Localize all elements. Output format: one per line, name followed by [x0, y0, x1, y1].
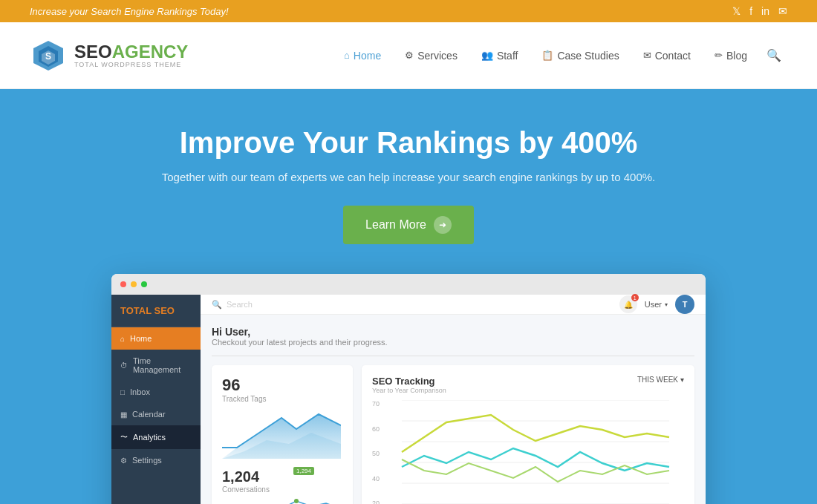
seo-chart-container: 70 60 50 40 20 [372, 400, 684, 504]
window-expand-dot [141, 281, 147, 287]
dashboard-cards: 96 Tracked Tags [212, 365, 694, 504]
sidebar-item-calendar[interactable]: ▦ Calendar [111, 403, 201, 425]
window-close-dot [120, 281, 126, 287]
staff-icon: 👥 [481, 50, 493, 61]
mountain-chart [222, 410, 342, 462]
seo-line-chart [372, 400, 684, 504]
seo-card-subtitle: Year to Year Comparison [372, 387, 446, 394]
blog-icon: ✏ [715, 50, 723, 61]
conversations-value: 1,204 [222, 468, 342, 485]
sidebar-item-inbox[interactable]: □ Inbox [111, 381, 201, 403]
sidebar-item-analytics[interactable]: 〜 Analytics [111, 425, 201, 449]
home-icon: ⌂ [344, 50, 350, 61]
chevron-down-icon: ▾ [665, 301, 668, 308]
greeting-title: Hi User, [212, 326, 694, 338]
window-minimize-dot [131, 281, 137, 287]
dashboard-sidebar: TOTAL SEO ⌂ Home ⏱ Time Management □ Inb… [111, 295, 201, 504]
svg-text:S: S [45, 51, 51, 62]
nav-staff[interactable]: 👥 Staff [471, 44, 529, 68]
content-divider [212, 356, 694, 356]
dashboard-preview: TOTAL SEO ⌂ Home ⏱ Time Management □ Inb… [111, 274, 706, 504]
hero-section: Improve Your Rankings by 400% Together w… [0, 89, 817, 504]
tracked-tags-value: 96 [222, 376, 342, 395]
search-button[interactable]: 🔍 [761, 42, 787, 68]
tracked-tags-card: 96 Tracked Tags [212, 365, 353, 504]
services-icon: ⚙ [405, 50, 414, 61]
logo-text: SEOAGENCY TOTAL WORDPRESS THEME [74, 43, 188, 68]
nav-contact[interactable]: ✉ Contact [633, 44, 701, 68]
sidebar-title: TOTAL SEO [120, 305, 192, 316]
contact-icon: ✉ [643, 50, 651, 61]
tracked-tags-label: Tracked Tags [222, 395, 342, 403]
time-sidebar-icon: ⏱ [120, 361, 128, 370]
learn-more-button[interactable]: Learn More ➜ [343, 206, 474, 244]
search-icon: 🔍 [212, 300, 222, 310]
window-titlebar [111, 274, 706, 295]
case-studies-icon: 📋 [541, 50, 553, 61]
svg-point-6 [294, 499, 299, 503]
settings-sidebar-icon: ⚙ [120, 456, 127, 465]
notification-button[interactable]: 🔔 1 [619, 295, 637, 313]
sidebar-item-settings[interactable]: ⚙ Settings [111, 449, 201, 471]
seo-card-title: SEO Tracking [372, 376, 446, 387]
period-selector[interactable]: THIS WEEK ▾ [637, 376, 684, 384]
dashboard-main: 🔍 Search 🔔 1 User ▾ T [201, 295, 706, 504]
logo-name: SEOAGENCY [74, 43, 188, 61]
header: S SEOAGENCY TOTAL WORDPRESS THEME ⌂ Home… [0, 22, 817, 89]
seo-tracking-card: SEO Tracking Year to Year Comparison THI… [362, 365, 694, 504]
user-avatar[interactable]: T [675, 295, 694, 314]
logo-icon: S [30, 37, 67, 74]
nav-services[interactable]: ⚙ Services [394, 44, 468, 68]
logo: S SEOAGENCY TOTAL WORDPRESS THEME [30, 37, 188, 74]
seo-card-header: SEO Tracking Year to Year Comparison THI… [372, 376, 684, 394]
dashboard-search[interactable]: 🔍 Search [212, 300, 612, 310]
seo-card-titles: SEO Tracking Year to Year Comparison [372, 376, 446, 394]
notification-badge: 1 [631, 294, 639, 301]
period-chevron: ▾ [680, 376, 684, 384]
top-bar: Increase your Search Engine Rankings Tod… [0, 0, 817, 22]
nav-home[interactable]: ⌂ Home [333, 44, 391, 68]
nav-case-studies[interactable]: 📋 Case Studies [531, 44, 629, 68]
user-menu[interactable]: User ▾ [645, 300, 668, 309]
inbox-sidebar-icon: □ [120, 388, 125, 396]
tooltip-badge: 1,294 [293, 467, 314, 475]
sidebar-item-home[interactable]: ⌂ Home [111, 327, 201, 350]
logo-subtitle: TOTAL WORDPRESS THEME [74, 61, 188, 68]
bell-icon: 🔔 [624, 301, 633, 309]
sidebar-header: TOTAL SEO [111, 295, 201, 327]
arrow-icon: ➜ [434, 216, 452, 234]
sidebar-item-time[interactable]: ⏱ Time Management [111, 350, 201, 381]
conversations-label: Conversations [222, 485, 342, 494]
y-axis-labels: 70 60 50 40 20 [372, 400, 380, 504]
top-bar-message: Increase your Search Engine Rankings Tod… [30, 6, 229, 17]
main-nav: ⌂ Home ⚙ Services 👥 Staff 📋 Case Studies… [333, 42, 787, 68]
facebook-icon[interactable]: f [749, 5, 752, 17]
home-sidebar-icon: ⌂ [120, 335, 125, 343]
dashboard-topbar: 🔍 Search 🔔 1 User ▾ T [201, 295, 706, 315]
linkedin-icon[interactable]: in [761, 5, 769, 17]
topbar-right: 🔔 1 User ▾ T [619, 295, 694, 314]
dashboard-content: Hi User, Checkout your latest projects a… [201, 315, 706, 504]
greeting-subtitle: Checkout your latest projects and their … [212, 338, 694, 347]
social-icons: 𝕏 f in ✉ [732, 5, 787, 17]
nav-blog[interactable]: ✏ Blog [704, 44, 758, 68]
analytics-sidebar-icon: 〜 [120, 432, 128, 442]
calendar-sidebar-icon: ▦ [120, 410, 127, 419]
dashboard-body: TOTAL SEO ⌂ Home ⏱ Time Management □ Inb… [111, 295, 706, 504]
hero-subtitle: Together with our team of experts we can… [162, 171, 656, 183]
email-icon[interactable]: ✉ [778, 5, 787, 17]
hero-title: Improve Your Rankings by 400% [180, 126, 638, 160]
greeting: Hi User, Checkout your latest projects a… [212, 326, 694, 347]
twitter-icon[interactable]: 𝕏 [732, 5, 740, 17]
